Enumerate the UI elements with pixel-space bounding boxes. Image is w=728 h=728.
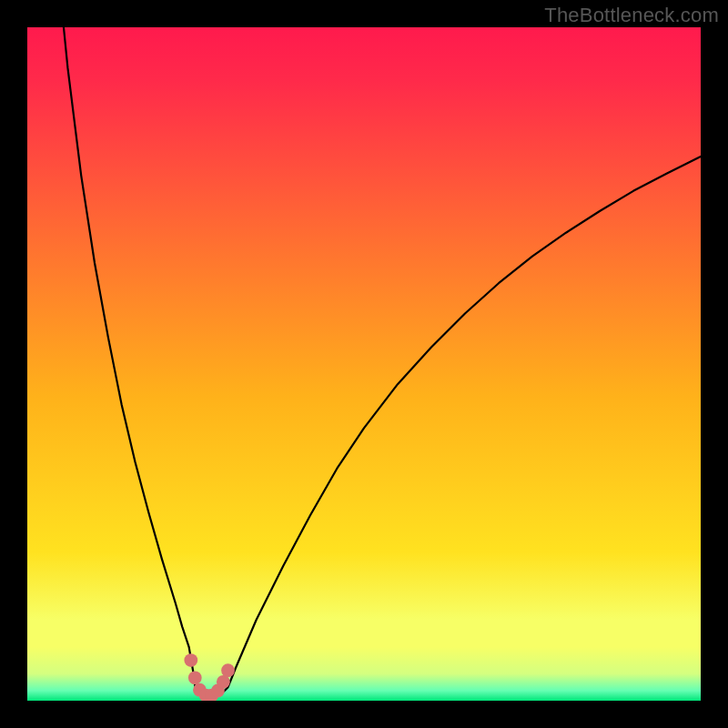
chart-background: [27, 27, 701, 701]
marker-dot-0: [184, 653, 197, 667]
chart-frame: TheBottleneck.com: [0, 0, 728, 728]
watermark-text: TheBottleneck.com: [544, 4, 719, 27]
chart-svg: [27, 27, 701, 701]
plot-area: [27, 27, 701, 701]
marker-dot-7: [221, 663, 235, 677]
marker-dot-1: [188, 671, 202, 684]
